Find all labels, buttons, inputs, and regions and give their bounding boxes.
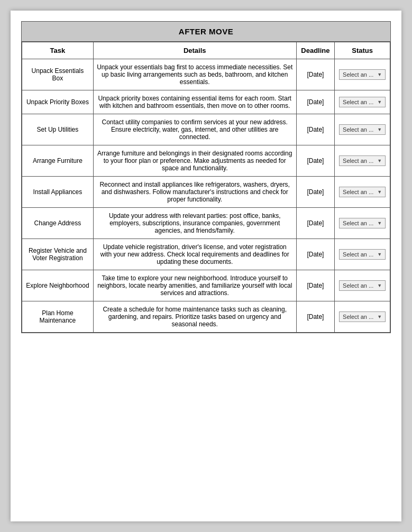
status-cell: Select an ...▼ (335, 145, 390, 177)
table-row: Register Vehicle and Voter RegistrationU… (22, 239, 390, 270)
col-header-status: Status (335, 42, 390, 59)
col-header-details: Details (93, 42, 296, 59)
task-cell: Set Up Utilities (22, 114, 94, 145)
task-cell: Register Vehicle and Voter Registration (22, 239, 94, 270)
table-title: AFTER MOVE (22, 22, 390, 42)
status-select-button[interactable]: Select an ...▼ (339, 69, 386, 80)
task-cell: Unpack Essentials Box (22, 59, 94, 90)
status-cell: Select an ...▼ (335, 270, 390, 301)
status-select-label: Select an ... (343, 99, 373, 105)
chevron-down-icon: ▼ (377, 99, 382, 105)
status-select-label: Select an ... (343, 251, 373, 258)
deadline-cell: [Date] (296, 114, 335, 145)
status-select-label: Select an ... (343, 314, 373, 320)
table-row: Plan Home MaintenanceCreate a schedule f… (22, 301, 390, 333)
status-select-button[interactable]: Select an ...▼ (339, 218, 386, 228)
deadline-cell: [Date] (296, 145, 335, 177)
status-select-button[interactable]: Select an ...▼ (339, 249, 386, 260)
details-cell: Create a schedule for home maintenance t… (93, 301, 296, 333)
status-cell: Select an ...▼ (335, 90, 390, 114)
chevron-down-icon: ▼ (377, 189, 382, 195)
page: AFTER MOVE Task Details Deadline Status … (11, 11, 401, 521)
status-select-button[interactable]: Select an ...▼ (339, 280, 386, 291)
status-select-label: Select an ... (343, 71, 373, 78)
deadline-cell: [Date] (296, 208, 335, 239)
task-cell: Change Address (22, 208, 94, 239)
details-cell: Unpack your essentials bag first to acce… (93, 59, 296, 90)
main-table-container: AFTER MOVE Task Details Deadline Status … (21, 21, 391, 333)
table-header-row: Task Details Deadline Status (22, 42, 390, 59)
status-select-button[interactable]: Select an ...▼ (339, 155, 386, 166)
status-cell: Select an ...▼ (335, 301, 390, 333)
status-cell: Select an ...▼ (335, 239, 390, 270)
deadline-cell: [Date] (296, 239, 335, 270)
task-cell: Unpack Priority Boxes (22, 90, 94, 114)
status-cell: Select an ...▼ (335, 208, 390, 239)
details-cell: Unpack priority boxes containing essenti… (93, 90, 296, 114)
col-header-deadline: Deadline (296, 42, 335, 59)
deadline-cell: [Date] (296, 301, 335, 333)
details-cell: Arrange furniture and belongings in thei… (93, 145, 296, 177)
task-cell: Arrange Furniture (22, 145, 94, 177)
chevron-down-icon: ▼ (377, 158, 382, 163)
status-select-button[interactable]: Select an ...▼ (339, 97, 386, 107)
details-cell: Contact utility companies to confirm ser… (93, 114, 296, 145)
chevron-down-icon: ▼ (377, 314, 382, 319)
task-cell: Plan Home Maintenance (22, 301, 94, 333)
status-select-label: Select an ... (343, 220, 373, 226)
table-row: Set Up UtilitiesContact utility companie… (22, 114, 390, 145)
status-cell: Select an ...▼ (335, 59, 390, 90)
table-row: Unpack Priority BoxesUnpack priority box… (22, 90, 390, 114)
details-cell: Take time to explore your new neighborho… (93, 270, 296, 301)
details-cell: Reconnect and install appliances like re… (93, 177, 296, 208)
status-select-label: Select an ... (343, 158, 373, 164)
deadline-cell: [Date] (296, 270, 335, 301)
table-row: Change AddressUpdate your address with r… (22, 208, 390, 239)
status-select-button[interactable]: Select an ...▼ (339, 187, 386, 197)
status-select-button[interactable]: Select an ...▼ (339, 124, 386, 135)
details-cell: Update vehicle registration, driver's li… (93, 239, 296, 270)
table-row: Explore NeighborhoodTake time to explore… (22, 270, 390, 301)
chevron-down-icon: ▼ (377, 252, 382, 257)
status-cell: Select an ...▼ (335, 114, 390, 145)
chevron-down-icon: ▼ (377, 283, 382, 288)
deadline-cell: [Date] (296, 177, 335, 208)
deadline-cell: [Date] (296, 90, 335, 114)
status-select-button[interactable]: Select an ...▼ (339, 311, 386, 322)
details-cell: Update your address with relevant partie… (93, 208, 296, 239)
table-row: Install AppliancesReconnect and install … (22, 177, 390, 208)
task-cell: Install Appliances (22, 177, 94, 208)
status-select-label: Select an ... (343, 189, 373, 195)
table-row: Arrange FurnitureArrange furniture and b… (22, 145, 390, 177)
status-cell: Select an ...▼ (335, 177, 390, 208)
tasks-table: Task Details Deadline Status Unpack Esse… (22, 42, 390, 333)
col-header-task: Task (22, 42, 94, 59)
status-select-label: Select an ... (343, 282, 373, 289)
chevron-down-icon: ▼ (377, 127, 382, 132)
table-row: Unpack Essentials BoxUnpack your essenti… (22, 59, 390, 90)
task-cell: Explore Neighborhood (22, 270, 94, 301)
status-select-label: Select an ... (343, 126, 373, 133)
deadline-cell: [Date] (296, 59, 335, 90)
chevron-down-icon: ▼ (377, 221, 382, 226)
chevron-down-icon: ▼ (377, 72, 382, 77)
